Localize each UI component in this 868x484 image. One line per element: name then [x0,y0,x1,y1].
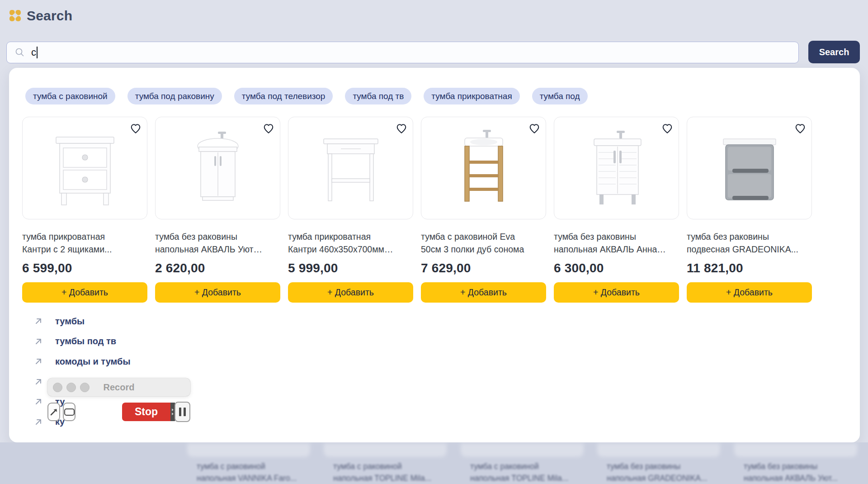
stop-recording-button[interactable]: Stop [122,403,170,421]
product-card: тумба без раковины подвесная GRADEONIKA.… [687,117,812,303]
product-image[interactable] [421,117,546,219]
suggestion-chip[interactable]: тумба под [532,88,588,104]
product-title[interactable]: тумба без раковины напольная АКВАЛЬ Анна… [554,230,668,256]
background-product-title: тумба с раковинойнапольная TOPLINE Mila.… [333,460,451,484]
record-widget-titlebar: Record [47,378,190,396]
favorite-heart-icon[interactable] [661,122,674,135]
arrow-up-right-icon [34,337,42,346]
product-price: 2 620,00 [155,261,280,275]
arrow-up-right-icon [34,357,42,365]
white-door-vanity-image [571,125,662,211]
white-side-table-image [306,125,396,211]
product-title[interactable]: тумба без раковины подвесная GRADEONIKA.… [687,230,801,256]
pause-icon [179,408,181,416]
search-input-value: с [31,47,36,58]
add-to-cart-button[interactable]: + Добавить [155,282,280,303]
product-card: тумба без раковины напольная АКВАЛЬ Уют … [155,117,280,303]
product-title[interactable]: тумба с раковиной Eva 50см 3 полки дуб с… [421,230,535,256]
suggestion-chip[interactable]: тумба под раковину [127,88,222,104]
product-price: 6 300,00 [554,261,679,275]
search-icon [15,47,25,57]
background-card-ghost [734,443,857,457]
oak-open-vanity-image [439,125,529,211]
product-image[interactable] [554,117,679,219]
text-cursor [37,47,38,58]
product-price: 6 599,00 [22,261,147,275]
cursor-arrow-icon [49,408,58,417]
background-card-ghost [324,443,447,457]
concrete-drawer-cabinet-image [704,125,795,211]
record-widget-toolbar: Stop [47,402,190,422]
stop-controls: Stop [122,402,190,422]
product-image[interactable] [22,117,147,219]
add-to-cart-button[interactable]: + Добавить [22,282,147,303]
favorite-heart-icon[interactable] [794,122,807,135]
add-to-cart-button[interactable]: + Добавить [288,282,413,303]
suggestion-chip[interactable]: тумба с раковиной [25,88,115,104]
search-row: с Search [0,41,868,64]
product-card: тумба прикроватная Кантри 460х350х700мм … [288,117,413,303]
product-title[interactable]: тумба прикроватная Кантри 460х350х700мм … [288,230,402,256]
app-header: Search [0,0,868,25]
record-widget-title: Record [47,382,190,393]
background-card-ghost [187,443,310,457]
arrow-up-right-icon [34,317,42,325]
search-input[interactable]: с [6,42,799,63]
product-results: тумба прикроватная Кантри с 2 ящиками...… [9,104,860,303]
pointer-tool-button[interactable] [47,403,60,421]
background-product-title: тумба без раковинынапольная АКВАЛЬ Уют..… [744,460,861,484]
background-product-title: тумба без раковинынапольная GRADEONIKA..… [607,460,724,484]
background-product-title: тумба с раковинойнапольная VANNIKA Faro.… [197,460,314,484]
suggestion-chip[interactable]: тумба под телевизор [234,88,333,104]
page-title: Search [27,8,72,24]
app-logo-icon [9,9,21,22]
category-link-label: комоды и тумбы [55,356,130,367]
white-nightstand-image [40,125,130,211]
background-card-ghost [461,443,584,457]
product-title[interactable]: тумба без раковины напольная АКВАЛЬ Уют … [155,230,269,256]
product-image[interactable] [155,117,280,219]
suggestion-chip[interactable]: тумба прикроватная [424,88,519,104]
category-link[interactable]: комоды и тумбы [34,356,860,367]
favorite-heart-icon[interactable] [129,122,142,135]
pause-recording-button[interactable] [175,402,190,422]
product-card: тумба без раковины напольная АКВАЛЬ Анна… [554,117,679,303]
product-price: 5 999,00 [288,261,413,275]
search-button[interactable]: Search [808,41,860,63]
capture-frame-button[interactable] [63,403,75,421]
product-price: 11 821,00 [687,261,812,275]
frame-icon [64,408,75,416]
suggestion-chips: тумба с раковиной тумба под раковину тум… [9,68,860,104]
arrow-up-right-icon [34,418,42,426]
add-to-cart-button[interactable]: + Добавить [687,282,812,303]
background-product-title: тумба с раковинойнапольная TOPLINE Mila.… [470,460,588,484]
category-link-label: тумбы под тв [55,336,116,346]
add-to-cart-button[interactable]: + Добавить [421,282,546,303]
screen-record-widget: Record Stop [47,378,190,422]
dimmed-background: тумба с раковинойнапольная VANNIKA Faro.… [0,442,868,484]
favorite-heart-icon[interactable] [262,122,275,135]
favorite-heart-icon[interactable] [395,122,408,135]
category-link[interactable]: тумбы под тв [34,336,860,347]
pause-icon [184,408,186,416]
white-sink-vanity-image [173,125,263,211]
product-image[interactable] [687,117,812,219]
arrow-up-right-icon [34,378,42,386]
favorite-heart-icon[interactable] [528,122,541,135]
product-title[interactable]: тумба прикроватная Кантри с 2 ящиками... [22,230,136,256]
arrow-up-right-icon [34,398,42,406]
suggestion-chip[interactable]: тумба под тв [345,88,411,104]
product-card: тумба с раковиной Eva 50см 3 полки дуб с… [421,117,546,303]
product-image[interactable] [288,117,413,219]
category-link-label: тумбы [55,316,85,327]
category-link[interactable]: тумбы [34,315,860,327]
background-card-ghost [597,443,720,457]
product-price: 7 629,00 [421,261,546,275]
add-to-cart-button[interactable]: + Добавить [554,282,679,303]
product-card: тумба прикроватная Кантри с 2 ящиками...… [22,117,147,303]
